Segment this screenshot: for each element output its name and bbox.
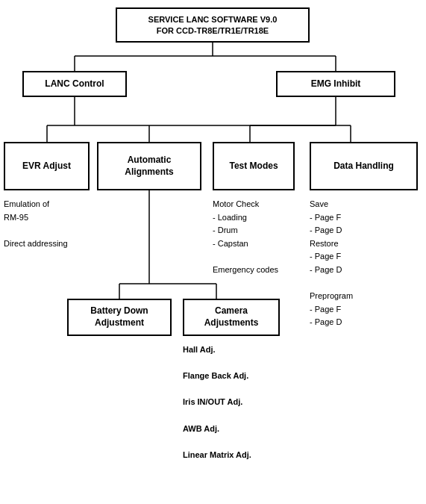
battery-box: Battery DownAdjustment: [67, 299, 172, 336]
test-notes: Motor Check- Loading- Drum- CapstanEmerg…: [213, 198, 310, 277]
evr-notes: Emulation ofRM-95Direct addressing: [4, 198, 93, 250]
test-label: Test Modes: [229, 161, 278, 172]
camera-notes: Hall Adj.Flange Back Adj.Iris IN/OUT Adj…: [183, 343, 295, 461]
auto-label: AutomaticAlignments: [125, 155, 173, 178]
emg-label: EMG Inhibit: [311, 78, 361, 90]
evr-label: EVR Adjust: [22, 161, 71, 172]
root-label: SERVICE LANC SOFTWARE V9.0FOR CCD-TR8E/T…: [148, 14, 278, 36]
lanc-label: LANC Control: [45, 78, 104, 90]
auto-box: AutomaticAlignments: [97, 142, 201, 190]
camera-box: CameraAdjustments: [183, 299, 280, 336]
emg-box: EMG Inhibit: [276, 71, 395, 97]
test-box: Test Modes: [213, 142, 295, 190]
root-box: SERVICE LANC SOFTWARE V9.0FOR CCD-TR8E/T…: [116, 7, 310, 43]
lanc-box: LANC Control: [22, 71, 127, 97]
data-label: Data Handling: [333, 161, 394, 172]
camera-label: CameraAdjustments: [204, 305, 259, 329]
data-box: Data Handling: [310, 142, 418, 190]
battery-label: Battery DownAdjustment: [90, 305, 148, 329]
data-notes: Save- Page F- Page DRestore- Page F- Pag…: [310, 198, 422, 329]
evr-box: EVR Adjust: [4, 142, 90, 190]
diagram: SERVICE LANC SOFTWARE V9.0FOR CCD-TR8E/T…: [0, 0, 426, 504]
